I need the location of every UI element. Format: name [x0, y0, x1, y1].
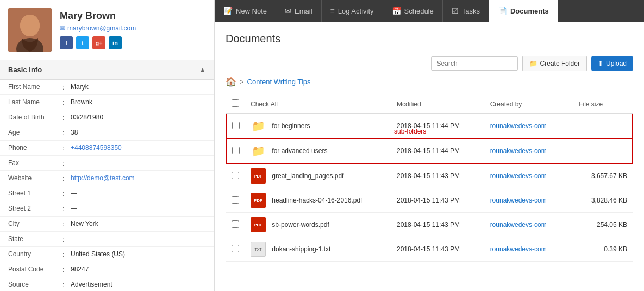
row-checkbox[interactable] — [232, 147, 240, 154]
breadcrumb-current[interactable]: Content Writing Tips — [247, 78, 311, 86]
breadcrumb-separator: > — [240, 78, 244, 86]
folder-icon: 📁 — [251, 118, 266, 134]
info-row: Last Name : Brownk — [0, 95, 214, 110]
file-creator[interactable]: rounakwedevs-com — [490, 245, 547, 253]
svg-point-3 — [20, 15, 40, 36]
info-label: Street 1 — [8, 189, 62, 198]
file-name[interactable]: sb-power-words.pdf — [272, 221, 329, 229]
info-table: First Name : Maryk Last Name : Brownk Da… — [0, 80, 214, 291]
info-value: Maryk — [71, 83, 89, 91]
basic-info-header[interactable]: Basic Info ▲ — [0, 60, 214, 80]
subfolder-creator[interactable]: rounakwedevs-com — [490, 122, 547, 130]
info-row: Street 2 : — — [0, 201, 214, 217]
info-value: Brownk — [71, 98, 92, 106]
info-field-value[interactable]: +4408874598350 — [71, 144, 122, 152]
info-separator: : — [62, 129, 71, 137]
google-icon[interactable]: g+ — [92, 36, 105, 49]
file-size-header: File size — [573, 95, 633, 113]
info-separator: : — [62, 235, 71, 243]
info-row: Website : http://demo@test.com — [0, 171, 214, 186]
file-modified: 2018-04-15 11:43 PM — [391, 188, 485, 213]
row-checkbox[interactable] — [232, 245, 239, 252]
basic-info-label: Basic Info — [8, 66, 42, 74]
info-value: United States (US) — [71, 250, 125, 258]
upload-button[interactable]: ⬆ Upload — [591, 56, 633, 71]
search-input[interactable] — [431, 56, 518, 71]
collapse-arrow-icon: ▲ — [199, 66, 206, 74]
main-content: 📝New Note✉Email≡Log Activity📅Schedule☑Ta… — [215, 0, 644, 291]
check-all-checkbox[interactable] — [232, 99, 239, 107]
log-activity-icon: ≡ — [330, 7, 335, 15]
file-table-container: sub-folders Check All Mcdified Created b… — [226, 95, 633, 262]
social-icons: f t g+ in — [60, 36, 206, 49]
info-row: Country : United States (US) — [0, 247, 214, 262]
file-creator[interactable]: rounakwedevs-com — [490, 221, 547, 229]
created-by-header: Created by — [485, 95, 574, 113]
nav-tab-email[interactable]: ✉Email — [276, 0, 322, 22]
row-checkbox[interactable] — [232, 122, 240, 129]
info-separator: : — [62, 144, 71, 152]
subfolder-creator[interactable]: rounakwedevs-com — [490, 147, 547, 155]
schedule-icon: 📅 — [392, 7, 401, 15]
info-field-value[interactable]: http://demo@test.com — [71, 174, 135, 182]
file-name[interactable]: great_landing_pages.pdf — [272, 172, 343, 180]
create-folder-button[interactable]: 📁 Create Folder — [522, 56, 587, 71]
mail-icon: ✉ — [60, 24, 65, 32]
table-row: TXT dokan-shipping-1.txt 2018-04-15 11:4… — [226, 237, 633, 262]
profile-email[interactable]: ✉ marybrown@gmail.com — [60, 24, 206, 32]
info-field-value: — — [71, 159, 77, 167]
nav-tab-tasks[interactable]: ☑Tasks — [443, 0, 489, 22]
file-name[interactable]: dokan-shipping-1.txt — [272, 245, 330, 253]
nav-tab-new-note[interactable]: 📝New Note — [215, 0, 276, 22]
info-separator: : — [62, 174, 71, 182]
subfolder-modified: 2018-04-15 11:44 PM — [391, 138, 485, 163]
info-field-value: United States (US) — [71, 250, 125, 258]
nav-tab-documents[interactable]: 📄Documents — [489, 0, 558, 22]
subfolder-name[interactable]: for advanced users — [272, 147, 327, 155]
info-field-value: Maryk — [71, 83, 89, 91]
info-link[interactable]: http://demo@test.com — [71, 174, 135, 182]
info-separator: : — [62, 281, 71, 289]
nav-tab-log-activity[interactable]: ≡Log Activity — [322, 0, 383, 22]
pdf-icon: PDF — [251, 193, 266, 208]
profile-name: Mary Brown — [60, 10, 206, 22]
info-label: Website — [8, 174, 62, 182]
info-value: — — [71, 205, 77, 212]
info-label: Postal Code — [8, 265, 62, 274]
linkedin-icon[interactable]: in — [109, 36, 122, 49]
info-label: Age — [8, 129, 62, 137]
pdf-icon: PDF — [251, 168, 266, 184]
file-size: 0.39 KB — [573, 237, 633, 262]
nav-tab-schedule[interactable]: 📅Schedule — [383, 0, 443, 22]
table-row: PDF great_landing_pages.pdf 2018-04-15 1… — [226, 163, 633, 188]
row-checkbox[interactable] — [232, 172, 239, 179]
file-creator[interactable]: rounakwedevs-com — [490, 172, 547, 180]
basic-info-section: Basic Info ▲ First Name : Maryk Last Nam… — [0, 60, 214, 291]
profile-header: Mary Brown ✉ marybrown@gmail.com f t g+ … — [0, 0, 214, 60]
nav-tab-label: New Note — [236, 7, 267, 15]
info-value: 98247 — [71, 265, 89, 273]
file-name[interactable]: headline-hacks-04-16-2016.pdf — [272, 197, 362, 204]
info-value: Advertisement — [71, 281, 112, 288]
new-note-icon: 📝 — [223, 7, 233, 15]
info-link[interactable]: +4408874598350 — [71, 144, 122, 151]
subfolder-name[interactable]: for beginners — [272, 122, 310, 130]
home-icon[interactable]: 🏠 — [226, 77, 236, 87]
facebook-icon[interactable]: f — [60, 36, 73, 49]
file-creator[interactable]: rounakwedevs-com — [490, 197, 547, 204]
info-label: City — [8, 220, 62, 228]
info-field-value: 98247 — [71, 265, 89, 274]
table-row: PDF headline-hacks-04-16-2016.pdf 2018-0… — [226, 188, 633, 213]
info-label: State — [8, 235, 62, 243]
row-checkbox[interactable] — [232, 196, 239, 204]
twitter-icon[interactable]: t — [76, 36, 89, 49]
table-row: PDF sb-power-words.pdf 2018-04-15 11:43 … — [226, 213, 633, 237]
toolbar: 📁 Create Folder ⬆ Upload — [226, 56, 633, 71]
subfolder-row: 📁 for advanced users 2018-04-15 11:44 PM… — [226, 138, 633, 163]
txt-icon: TXT — [251, 242, 266, 257]
top-nav: 📝New Note✉Email≡Log Activity📅Schedule☑Ta… — [215, 0, 644, 22]
info-separator: : — [62, 265, 71, 274]
info-separator: : — [62, 220, 71, 228]
row-checkbox[interactable] — [232, 220, 239, 228]
avatar — [8, 8, 52, 52]
